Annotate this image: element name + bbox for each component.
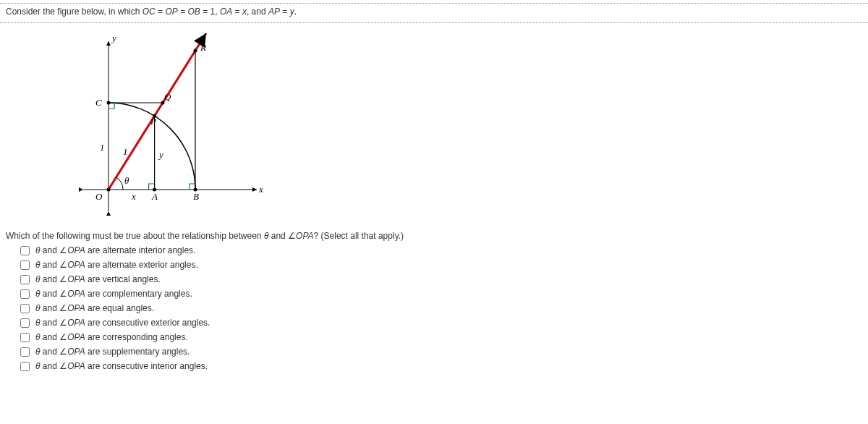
var-ap: AP — [268, 7, 280, 17]
choice-checkbox[interactable] — [20, 289, 30, 299]
choice-list: θ and ∠OPA are alternate interior angles… — [20, 245, 862, 371]
var-ob: OB — [188, 7, 200, 17]
var-oc: OC — [142, 7, 156, 17]
choice-checkbox[interactable] — [20, 362, 30, 371]
q-opa: OPA — [296, 231, 313, 241]
label-C: C — [95, 97, 102, 108]
var-op: OP — [165, 7, 177, 17]
svg-point-12 — [194, 49, 197, 53]
choice-checkbox[interactable] — [20, 347, 30, 357]
choice-checkbox[interactable] — [20, 260, 30, 270]
choice-item: θ and ∠OPA are consecutive interior angl… — [20, 361, 862, 371]
label-y-axis: y — [111, 33, 116, 43]
choice-label: θ and ∠OPA are alternate exterior angles… — [35, 260, 198, 270]
choice-item: θ and ∠OPA are alternate interior angles… — [20, 245, 862, 255]
choice-checkbox[interactable] — [20, 333, 30, 342]
choice-checkbox[interactable] — [20, 246, 30, 255]
label-Q: Q — [164, 91, 171, 102]
choice-label: θ and ∠OPA are consecutive exterior angl… — [35, 318, 210, 328]
choice-label: θ and ∠OPA are consecutive interior angl… — [35, 361, 208, 371]
choice-item: θ and ∠OPA are supplementary angles. — [20, 347, 862, 357]
choice-item: θ and ∠OPA are alternate exterior angles… — [20, 260, 862, 270]
choice-item: θ and ∠OPA are complementary angles. — [20, 289, 862, 299]
label-y-seg: y — [158, 149, 163, 160]
choice-item: θ and ∠OPA are equal angles. — [20, 303, 862, 313]
choice-item: θ and ∠OPA are vertical angles. — [20, 274, 862, 284]
choice-item: θ and ∠OPA are corresponding angles. — [20, 332, 862, 342]
choice-label: θ and ∠OPA are alternate interior angles… — [35, 245, 195, 255]
label-R: R — [200, 42, 206, 53]
label-theta: θ — [124, 175, 129, 186]
var-oa: OA — [220, 7, 232, 17]
label-x-seg: x — [131, 191, 136, 202]
svg-line-2 — [109, 33, 206, 190]
angle-symbol: ∠ — [288, 231, 296, 241]
choice-checkbox[interactable] — [20, 275, 30, 284]
figure-svg: y x O C Q R P A B 1 1 x y θ — [72, 30, 275, 219]
choice-label: θ and ∠OPA are complementary angles. — [35, 289, 192, 299]
choice-label: θ and ∠OPA are corresponding angles. — [35, 332, 188, 342]
label-O: O — [95, 191, 103, 202]
choice-label: θ and ∠OPA are equal angles. — [35, 303, 154, 313]
label-B: B — [193, 191, 199, 202]
choice-label: θ and ∠OPA are supplementary angles. — [35, 347, 190, 357]
choice-label: θ and ∠OPA are vertical angles. — [35, 274, 161, 284]
question-text: Which of the following must be true abou… — [6, 231, 862, 241]
choice-checkbox[interactable] — [20, 318, 30, 328]
label-x-axis: x — [258, 184, 263, 195]
label-P: P — [150, 116, 156, 127]
choice-checkbox[interactable] — [20, 304, 30, 313]
label-one-y: 1 — [100, 142, 105, 153]
problem-prompt: Consider the figure below, in which OC =… — [0, 7, 868, 20]
choice-item: θ and ∠OPA are consecutive exterior angl… — [20, 318, 862, 328]
geometry-figure: y x O C Q R P A B 1 1 x y θ — [72, 30, 868, 221]
prompt-prefix: Consider the figure below, in which — [6, 7, 142, 17]
label-one-op: 1 — [123, 146, 128, 157]
divider-top — [0, 3, 868, 4]
question-block: Which of the following must be true abou… — [0, 228, 868, 381]
svg-point-9 — [107, 101, 111, 105]
label-A: A — [151, 191, 158, 202]
divider-mid — [0, 22, 868, 23]
svg-point-6 — [107, 188, 111, 192]
